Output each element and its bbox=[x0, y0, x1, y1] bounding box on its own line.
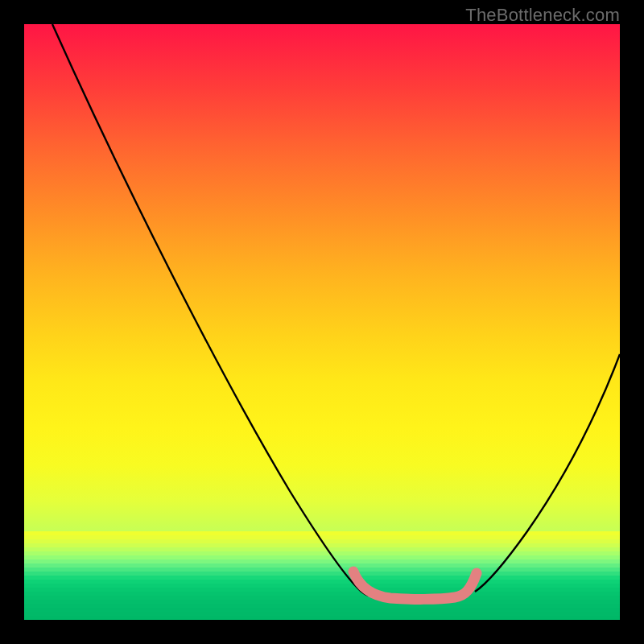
gradient-bands bbox=[24, 531, 620, 620]
watermark-text: TheBottleneck.com bbox=[465, 5, 620, 26]
curve-layer bbox=[24, 24, 620, 620]
valley-highlight bbox=[353, 572, 477, 599]
left-curve bbox=[52, 24, 370, 596]
chart-frame: TheBottleneck.com bbox=[0, 0, 644, 644]
plot-area bbox=[24, 24, 620, 620]
right-curve bbox=[475, 354, 620, 592]
